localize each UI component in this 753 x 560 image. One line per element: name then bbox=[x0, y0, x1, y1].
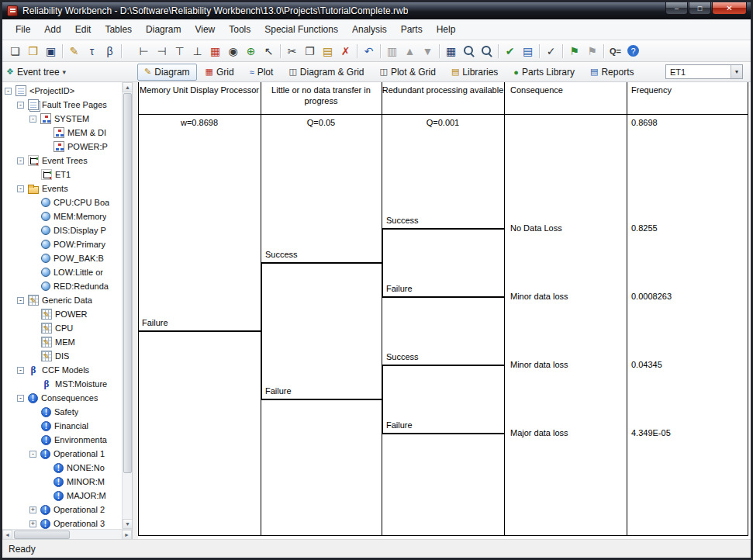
tree-item-event-trees[interactable]: -Event Trees bbox=[2, 154, 122, 168]
menu-item-tables[interactable]: Tables bbox=[98, 21, 139, 38]
pointer-icon[interactable]: ↖ bbox=[260, 43, 278, 60]
add-branch-right-icon[interactable]: ⊣ bbox=[153, 43, 171, 60]
tau-icon[interactable]: τ bbox=[83, 43, 101, 60]
transfer-grid-icon[interactable]: ▦ bbox=[206, 43, 224, 60]
find-icon[interactable] bbox=[460, 43, 478, 60]
move-down-icon[interactable]: ▼ bbox=[419, 43, 437, 60]
tree-item-pow-bak[interactable]: POW_BAK:B bbox=[2, 251, 122, 265]
tree-item-safety[interactable]: !Safety bbox=[2, 405, 122, 419]
tree-item-gd-power[interactable]: ✎POWER bbox=[2, 307, 122, 321]
tree-item-mem-di[interactable]: MEM & DI bbox=[2, 126, 122, 140]
maximize-button[interactable]: □ bbox=[689, 2, 711, 15]
report-page-icon[interactable]: ▤ bbox=[519, 43, 537, 60]
close-button[interactable]: ✕ bbox=[712, 2, 747, 15]
edit-pencil-icon[interactable]: ✎ bbox=[65, 43, 83, 60]
tree-item-et1[interactable]: ET1 bbox=[2, 168, 122, 181]
table-icon[interactable]: ▦ bbox=[442, 43, 460, 60]
menu-item-edit[interactable]: Edit bbox=[68, 21, 98, 38]
menu-item-add[interactable]: Add bbox=[37, 21, 67, 38]
tab-reports[interactable]: ▤ Reports bbox=[583, 64, 641, 81]
delete-icon[interactable]: ✗ bbox=[337, 43, 354, 60]
add-branch-top-icon[interactable]: ⊤ bbox=[171, 43, 188, 60]
branch-line-failure[interactable] bbox=[382, 296, 505, 298]
tree-item-generic-data[interactable]: -✎Generic Data bbox=[2, 293, 122, 307]
undo-icon[interactable]: ↶ bbox=[360, 43, 378, 60]
tree-item-cpu[interactable]: CPU:CPU Boa bbox=[2, 195, 122, 209]
menu-item-tools[interactable]: Tools bbox=[222, 21, 257, 38]
tree-expander[interactable]: - bbox=[17, 185, 24, 192]
tree-item-fault-tree-pages[interactable]: -Fault Tree Pages bbox=[2, 98, 122, 112]
cut-icon[interactable]: ✂ bbox=[283, 43, 301, 60]
tree-item-events[interactable]: -Events bbox=[2, 181, 122, 195]
pin-green-icon[interactable]: ⚑ bbox=[565, 43, 583, 60]
tree-item-project[interactable]: -<ProjectID> bbox=[2, 84, 122, 98]
event-tree-diagram[interactable]: Memory Unit Display Processor Little or … bbox=[138, 82, 751, 539]
save-icon[interactable]: ▣ bbox=[42, 43, 60, 60]
copy-icon[interactable]: ❐ bbox=[301, 43, 319, 60]
event-tree-combo[interactable]: ET1 ▾ bbox=[665, 64, 743, 79]
eye-icon[interactable]: ◉ bbox=[224, 43, 242, 60]
tree-item-power-p[interactable]: POWER:P bbox=[2, 140, 122, 154]
horizontal-scroll-thumb[interactable] bbox=[14, 531, 70, 539]
tree-item-ccf-models[interactable]: -βCCF Models bbox=[2, 363, 122, 377]
branch-line-root[interactable] bbox=[138, 330, 261, 332]
chevron-down-icon[interactable]: ▾ bbox=[731, 65, 742, 78]
tab-libraries[interactable]: ▤ Libraries bbox=[444, 64, 505, 81]
menu-item-diagram[interactable]: Diagram bbox=[139, 21, 188, 38]
tree-item-environmental[interactable]: !Environmenta bbox=[2, 433, 122, 447]
tree-item-financial[interactable]: !Financial bbox=[2, 419, 122, 433]
tab-plot-and-grid[interactable]: ◫ Plot & Grid bbox=[372, 64, 442, 81]
q-equals-icon[interactable]: Q= bbox=[606, 43, 624, 60]
tree-item-major[interactable]: !MAJOR:M bbox=[2, 489, 122, 503]
help-icon[interactable]: ? bbox=[624, 43, 642, 60]
open-folder-icon[interactable]: ❒ bbox=[24, 43, 42, 60]
tree-expander[interactable]: - bbox=[17, 367, 24, 374]
tab-grid[interactable]: ▦ Grid bbox=[199, 64, 241, 81]
tree-expander[interactable]: + bbox=[29, 506, 36, 513]
tab-parts-library[interactable]: ● Parts Library bbox=[506, 64, 582, 81]
globe-icon[interactable]: ⊕ bbox=[242, 43, 260, 60]
tree-expander[interactable]: - bbox=[29, 451, 36, 458]
tree-item-system[interactable]: -SYSTEM bbox=[2, 112, 122, 126]
tree-item-operational-2[interactable]: +!Operational 2 bbox=[2, 503, 122, 517]
scroll-right-icon[interactable]: ► bbox=[122, 530, 132, 539]
tree-item-gd-cpu[interactable]: ✎CPU bbox=[2, 321, 122, 335]
tree-expander[interactable]: - bbox=[5, 88, 12, 95]
tree-item-gd-mem[interactable]: ✎MEM bbox=[2, 335, 122, 349]
paste-special-icon[interactable]: ▥ bbox=[383, 43, 401, 60]
tree-item-mem[interactable]: MEM:Memory bbox=[2, 209, 122, 223]
tree-expander[interactable]: - bbox=[17, 395, 24, 402]
add-branch-bottom-icon[interactable]: ⊥ bbox=[188, 43, 206, 60]
tab-diagram-and-grid[interactable]: ◫ Diagram & Grid bbox=[282, 64, 371, 81]
menu-item-help[interactable]: Help bbox=[430, 21, 463, 38]
tree-item-mst[interactable]: βMST:Moisture bbox=[2, 377, 122, 391]
tree-vertical-scrollbar[interactable]: ▲ ▼ bbox=[122, 82, 132, 529]
tab-diagram[interactable]: ✎ Diagram bbox=[137, 64, 197, 81]
tab-plot[interactable]: ≈ Plot bbox=[243, 64, 281, 81]
tree-item-none[interactable]: !NONE:No bbox=[2, 461, 122, 475]
menu-item-parts[interactable]: Parts bbox=[394, 21, 430, 38]
menu-item-view[interactable]: View bbox=[188, 21, 222, 38]
tree-item-pow[interactable]: POW:Primary bbox=[2, 237, 122, 251]
tree-expander[interactable]: - bbox=[17, 297, 24, 304]
tree-item-dis[interactable]: DIS:Display P bbox=[2, 223, 122, 237]
verify-icon[interactable]: ✔ bbox=[501, 43, 519, 60]
menu-item-file[interactable]: File bbox=[9, 21, 37, 38]
vertical-scroll-thumb[interactable] bbox=[123, 93, 132, 473]
tree-item-minor[interactable]: !MINOR:M bbox=[2, 475, 122, 489]
add-branch-left-icon[interactable]: ⊢ bbox=[135, 43, 153, 60]
spell-check-icon[interactable]: ✓ bbox=[542, 43, 560, 60]
branch-line-success[interactable] bbox=[382, 365, 505, 366]
tree-item-operational-3[interactable]: +!Operational 3 bbox=[2, 517, 122, 529]
branch-line-failure[interactable] bbox=[261, 399, 382, 400]
tree-item-consequences[interactable]: -!Consequences bbox=[2, 391, 122, 405]
tree-expander[interactable]: - bbox=[29, 116, 36, 123]
tree-expander[interactable]: - bbox=[17, 102, 24, 109]
tree-horizontal-scrollbar[interactable]: ◄ ► bbox=[2, 529, 132, 539]
view-selector[interactable]: ❖ Event tree ▾ bbox=[2, 67, 137, 78]
scroll-down-icon[interactable]: ▼ bbox=[123, 519, 133, 529]
minimize-button[interactable]: – bbox=[665, 2, 688, 15]
tree-item-gd-dis[interactable]: ✎DIS bbox=[2, 349, 122, 363]
move-up-icon[interactable]: ▲ bbox=[401, 43, 419, 60]
scroll-up-icon[interactable]: ▲ bbox=[123, 82, 133, 92]
